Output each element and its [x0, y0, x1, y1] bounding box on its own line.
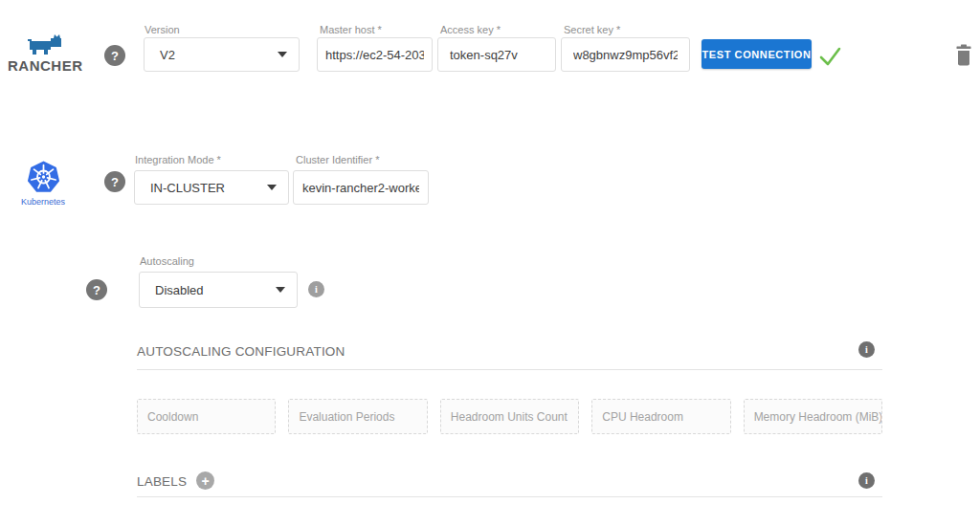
rancher-logo-text: RANCHER: [8, 57, 82, 74]
memory-headroom-field: Memory Headroom (MiB): [744, 399, 882, 434]
help-icon-glyph: ?: [111, 49, 119, 63]
integration-mode-select[interactable]: IN-CLUSTER: [134, 170, 289, 205]
integration-mode-value: IN-CLUSTER: [150, 181, 225, 195]
cluster-integration-form: RANCHER ? Version V2 Master host * Acces…: [0, 0, 980, 526]
info-icon-glyph: i: [865, 475, 868, 486]
help-icon[interactable]: ?: [86, 279, 107, 300]
info-icon-glyph: i: [315, 284, 318, 295]
autoscaling-config-fields-row: Cooldown Evaluation Periods Headroom Uni…: [137, 399, 882, 434]
delete-trash-icon[interactable]: [954, 43, 973, 67]
info-icon[interactable]: i: [858, 341, 875, 358]
chevron-down-icon: [276, 287, 285, 293]
headroom-units-count-field: Headroom Units Count: [440, 399, 579, 434]
autoscaling-select[interactable]: Disabled: [139, 272, 298, 308]
secret-key-label: Secret key *: [564, 24, 620, 35]
version-select[interactable]: V2: [144, 37, 300, 72]
connection-success-check-icon: [817, 45, 843, 68]
info-icon-glyph: i: [865, 344, 868, 355]
kubernetes-helm-icon: [27, 161, 60, 193]
secret-key-field-box: [561, 37, 690, 72]
help-icon-glyph: ?: [111, 175, 119, 189]
help-icon[interactable]: ?: [104, 171, 125, 192]
test-connection-button[interactable]: TEST CONNECTION: [702, 39, 812, 69]
autoscaling-value: Disabled: [155, 283, 204, 297]
plus-icon: +: [201, 473, 209, 489]
kubernetes-logo: Kubernetes: [10, 161, 77, 207]
autoscaling-label: Autoscaling: [140, 255, 194, 267]
rancher-bull-icon: [27, 34, 63, 55]
version-value: V2: [160, 48, 175, 62]
section-divider: [137, 496, 882, 497]
master-host-label: Master host *: [320, 24, 382, 35]
cooldown-field: Cooldown: [137, 399, 276, 434]
help-icon-glyph: ?: [93, 283, 100, 297]
access-key-label: Access key *: [440, 24, 501, 35]
kubernetes-logo-text: Kubernetes: [10, 197, 77, 207]
cluster-identifier-label: Cluster Identifier *: [296, 154, 379, 165]
autoscaling-configuration-title: AUTOSCALING CONFIGURATION: [137, 344, 345, 359]
chevron-down-icon: [278, 52, 287, 57]
access-key-input[interactable]: [450, 48, 544, 62]
integration-mode-label: Integration Mode *: [135, 154, 221, 165]
access-key-field-box: [437, 37, 556, 72]
cpu-headroom-field: CPU Headroom: [591, 399, 730, 434]
labels-section-title: LABELS: [137, 474, 187, 489]
info-icon[interactable]: i: [858, 472, 875, 489]
add-label-button[interactable]: +: [196, 471, 214, 490]
evaluation-periods-field: Evaluation Periods: [288, 399, 427, 434]
secret-key-input[interactable]: [573, 48, 678, 62]
chevron-down-icon: [267, 185, 277, 190]
rancher-logo: RANCHER: [8, 34, 82, 74]
master-host-field-box: [317, 37, 433, 72]
version-label: Version: [145, 24, 180, 35]
section-divider: [137, 369, 882, 370]
help-icon[interactable]: ?: [104, 45, 125, 66]
master-host-input[interactable]: [325, 48, 424, 62]
info-icon[interactable]: i: [308, 281, 324, 297]
cluster-identifier-field-box: [293, 170, 429, 205]
cluster-identifier-input[interactable]: [302, 181, 419, 195]
